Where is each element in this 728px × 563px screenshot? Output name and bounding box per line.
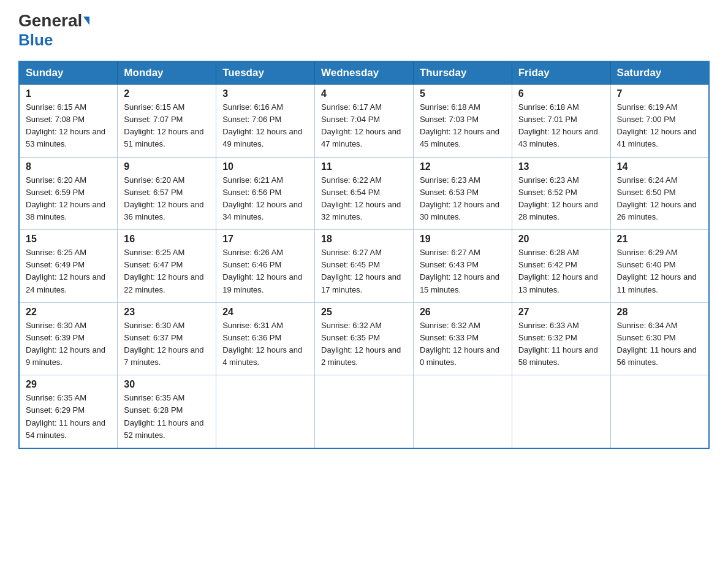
day-info: Sunrise: 6:33 AMSunset: 6:32 PMDaylight:… <box>518 321 598 367</box>
weekday-header-friday: Friday <box>512 61 610 85</box>
day-number: 2 <box>124 88 210 99</box>
calendar-day-cell: 2 Sunrise: 6:15 AMSunset: 7:07 PMDayligh… <box>118 85 216 158</box>
day-info: Sunrise: 6:24 AMSunset: 6:50 PMDaylight:… <box>617 175 697 221</box>
day-number: 14 <box>617 161 702 172</box>
calendar-day-cell: 15 Sunrise: 6:25 AMSunset: 6:49 PMDaylig… <box>19 230 118 303</box>
calendar-day-cell: 11 Sunrise: 6:22 AMSunset: 6:54 PMDaylig… <box>315 157 414 230</box>
day-info: Sunrise: 6:30 AMSunset: 6:39 PMDaylight:… <box>26 321 105 367</box>
day-info: Sunrise: 6:30 AMSunset: 6:37 PMDaylight:… <box>124 321 203 367</box>
weekday-header-thursday: Thursday <box>413 61 512 85</box>
calendar-day-cell: 14 Sunrise: 6:24 AMSunset: 6:50 PMDaylig… <box>610 157 709 230</box>
day-info: Sunrise: 6:19 AMSunset: 7:00 PMDaylight:… <box>617 102 697 148</box>
calendar-day-cell: 19 Sunrise: 6:27 AMSunset: 6:43 PMDaylig… <box>413 230 512 303</box>
day-info: Sunrise: 6:25 AMSunset: 6:47 PMDaylight:… <box>124 248 203 294</box>
calendar-week-row: 1 Sunrise: 6:15 AMSunset: 7:08 PMDayligh… <box>19 85 709 158</box>
day-info: Sunrise: 6:20 AMSunset: 6:59 PMDaylight:… <box>26 175 105 221</box>
logo: General Blue <box>18 12 89 50</box>
day-info: Sunrise: 6:17 AMSunset: 7:04 PMDaylight:… <box>321 102 401 148</box>
calendar-week-row: 8 Sunrise: 6:20 AMSunset: 6:59 PMDayligh… <box>19 157 709 230</box>
calendar-day-cell: 24 Sunrise: 6:31 AMSunset: 6:36 PMDaylig… <box>216 302 315 375</box>
day-info: Sunrise: 6:27 AMSunset: 6:43 PMDaylight:… <box>420 248 499 294</box>
day-info: Sunrise: 6:15 AMSunset: 7:07 PMDaylight:… <box>124 102 203 148</box>
day-info: Sunrise: 6:23 AMSunset: 6:53 PMDaylight:… <box>420 175 499 221</box>
day-number: 12 <box>420 161 506 172</box>
day-number: 20 <box>518 234 604 245</box>
day-info: Sunrise: 6:32 AMSunset: 6:33 PMDaylight:… <box>420 321 499 367</box>
calendar-table: SundayMondayTuesdayWednesdayThursdayFrid… <box>18 61 710 449</box>
calendar-day-cell: 23 Sunrise: 6:30 AMSunset: 6:37 PMDaylig… <box>118 302 216 375</box>
calendar-day-cell <box>413 375 512 448</box>
calendar-day-cell <box>610 375 709 448</box>
calendar-day-cell: 6 Sunrise: 6:18 AMSunset: 7:01 PMDayligh… <box>512 85 610 158</box>
day-number: 4 <box>321 88 407 99</box>
day-number: 23 <box>124 307 210 318</box>
day-info: Sunrise: 6:35 AMSunset: 6:29 PMDaylight:… <box>26 393 105 439</box>
day-info: Sunrise: 6:31 AMSunset: 6:36 PMDaylight:… <box>222 321 302 367</box>
calendar-day-cell: 1 Sunrise: 6:15 AMSunset: 7:08 PMDayligh… <box>19 85 118 158</box>
calendar-week-row: 15 Sunrise: 6:25 AMSunset: 6:49 PMDaylig… <box>19 230 709 303</box>
calendar-day-cell: 26 Sunrise: 6:32 AMSunset: 6:33 PMDaylig… <box>413 302 512 375</box>
day-number: 9 <box>124 161 210 172</box>
calendar-day-cell: 13 Sunrise: 6:23 AMSunset: 6:52 PMDaylig… <box>512 157 610 230</box>
calendar-day-cell <box>315 375 414 448</box>
day-number: 27 <box>518 307 604 318</box>
calendar-day-cell: 7 Sunrise: 6:19 AMSunset: 7:00 PMDayligh… <box>610 85 709 158</box>
day-info: Sunrise: 6:29 AMSunset: 6:40 PMDaylight:… <box>617 248 697 294</box>
calendar-day-cell: 9 Sunrise: 6:20 AMSunset: 6:57 PMDayligh… <box>118 157 216 230</box>
logo-blue-text: Blue <box>18 31 53 50</box>
day-number: 18 <box>321 234 407 245</box>
calendar-day-cell: 8 Sunrise: 6:20 AMSunset: 6:59 PMDayligh… <box>19 157 118 230</box>
day-number: 22 <box>26 307 111 318</box>
page-header: General Blue <box>18 12 710 50</box>
calendar-day-cell: 29 Sunrise: 6:35 AMSunset: 6:29 PMDaylig… <box>19 375 118 448</box>
weekday-header-wednesday: Wednesday <box>315 61 414 85</box>
day-info: Sunrise: 6:25 AMSunset: 6:49 PMDaylight:… <box>26 248 105 294</box>
calendar-day-cell: 10 Sunrise: 6:21 AMSunset: 6:56 PMDaylig… <box>216 157 315 230</box>
day-info: Sunrise: 6:34 AMSunset: 6:30 PMDaylight:… <box>617 321 697 367</box>
calendar-day-cell: 27 Sunrise: 6:33 AMSunset: 6:32 PMDaylig… <box>512 302 610 375</box>
day-number: 30 <box>124 379 210 390</box>
calendar-day-cell: 12 Sunrise: 6:23 AMSunset: 6:53 PMDaylig… <box>413 157 512 230</box>
day-number: 25 <box>321 307 407 318</box>
calendar-day-cell: 5 Sunrise: 6:18 AMSunset: 7:03 PMDayligh… <box>413 85 512 158</box>
day-number: 13 <box>518 161 604 172</box>
day-number: 28 <box>617 307 702 318</box>
calendar-day-cell: 4 Sunrise: 6:17 AMSunset: 7:04 PMDayligh… <box>315 85 414 158</box>
day-info: Sunrise: 6:18 AMSunset: 7:03 PMDaylight:… <box>420 102 499 148</box>
day-info: Sunrise: 6:15 AMSunset: 7:08 PMDaylight:… <box>26 102 105 148</box>
day-number: 3 <box>222 88 308 99</box>
day-info: Sunrise: 6:28 AMSunset: 6:42 PMDaylight:… <box>518 248 598 294</box>
calendar-day-cell <box>512 375 610 448</box>
calendar-day-cell: 22 Sunrise: 6:30 AMSunset: 6:39 PMDaylig… <box>19 302 118 375</box>
weekday-header-tuesday: Tuesday <box>216 61 315 85</box>
calendar-day-cell <box>216 375 315 448</box>
day-number: 29 <box>26 379 111 390</box>
calendar-day-cell: 28 Sunrise: 6:34 AMSunset: 6:30 PMDaylig… <box>610 302 709 375</box>
day-info: Sunrise: 6:21 AMSunset: 6:56 PMDaylight:… <box>222 175 302 221</box>
calendar-day-cell: 16 Sunrise: 6:25 AMSunset: 6:47 PMDaylig… <box>118 230 216 303</box>
day-number: 19 <box>420 234 506 245</box>
logo-triangle-icon <box>83 17 89 25</box>
day-info: Sunrise: 6:32 AMSunset: 6:35 PMDaylight:… <box>321 321 401 367</box>
day-number: 16 <box>124 234 210 245</box>
day-number: 8 <box>26 161 111 172</box>
calendar-day-cell: 30 Sunrise: 6:35 AMSunset: 6:28 PMDaylig… <box>118 375 216 448</box>
calendar-day-cell: 17 Sunrise: 6:26 AMSunset: 6:46 PMDaylig… <box>216 230 315 303</box>
calendar-day-cell: 25 Sunrise: 6:32 AMSunset: 6:35 PMDaylig… <box>315 302 414 375</box>
day-number: 7 <box>617 88 702 99</box>
calendar-day-cell: 20 Sunrise: 6:28 AMSunset: 6:42 PMDaylig… <box>512 230 610 303</box>
day-number: 15 <box>26 234 111 245</box>
calendar-day-cell: 21 Sunrise: 6:29 AMSunset: 6:40 PMDaylig… <box>610 230 709 303</box>
day-info: Sunrise: 6:18 AMSunset: 7:01 PMDaylight:… <box>518 102 598 148</box>
weekday-header-saturday: Saturday <box>610 61 709 85</box>
day-info: Sunrise: 6:26 AMSunset: 6:46 PMDaylight:… <box>222 248 302 294</box>
day-info: Sunrise: 6:22 AMSunset: 6:54 PMDaylight:… <box>321 175 401 221</box>
calendar-week-row: 22 Sunrise: 6:30 AMSunset: 6:39 PMDaylig… <box>19 302 709 375</box>
day-info: Sunrise: 6:16 AMSunset: 7:06 PMDaylight:… <box>222 102 302 148</box>
day-number: 1 <box>26 88 111 99</box>
calendar-week-row: 29 Sunrise: 6:35 AMSunset: 6:29 PMDaylig… <box>19 375 709 448</box>
day-info: Sunrise: 6:35 AMSunset: 6:28 PMDaylight:… <box>124 393 203 439</box>
weekday-header-sunday: Sunday <box>19 61 118 85</box>
day-number: 17 <box>222 234 308 245</box>
day-number: 6 <box>518 88 604 99</box>
